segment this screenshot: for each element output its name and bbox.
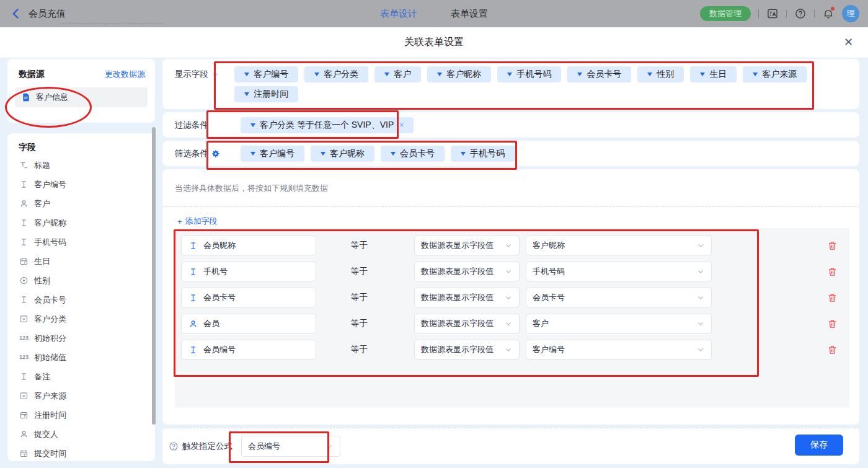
text-icon [19, 237, 29, 247]
tag-label: 手机号码 [470, 148, 505, 159]
display-field-tag[interactable]: 会员卡号 [567, 66, 631, 82]
question-circle-icon[interactable] [169, 441, 179, 451]
tag-label: 手机号码 [516, 69, 551, 80]
rule-row: 会员编号 等于 数据源表显示字段值 客户编号 [181, 340, 849, 360]
caret-down-icon [753, 73, 758, 76]
rule-source-select[interactable]: 数据源表显示字段值 [414, 236, 520, 255]
rule-value-select[interactable]: 手机号码 [526, 262, 712, 281]
caret-down-icon [461, 152, 466, 156]
field-list-item[interactable]: 会员卡号 [7, 290, 155, 309]
text-icon [19, 372, 29, 381]
display-field-tag[interactable]: 手机号码 [497, 66, 561, 82]
rule-source-select[interactable]: 数据源表显示字段值 [414, 262, 520, 281]
rule-source-select[interactable]: 数据源表显示字段值 [414, 288, 520, 307]
data-manage-button[interactable]: 数据管理 [700, 6, 751, 21]
delete-row-button[interactable] [827, 345, 838, 355]
screen-condition-tag[interactable]: 客户编号 [241, 146, 304, 162]
translate-icon[interactable] [766, 7, 779, 20]
rule-source-select[interactable]: 数据源表显示字段值 [414, 340, 520, 360]
add-display-field-button[interactable]: + [213, 69, 218, 80]
field-list-item[interactable]: 标题 [7, 156, 155, 175]
gear-icon[interactable] [211, 149, 220, 158]
chevron-down-icon [504, 345, 513, 354]
rule-source-value: 数据源表显示字段值 [421, 266, 494, 277]
tag-label: 注册时间 [254, 89, 288, 100]
sidebar-scrollbar[interactable] [152, 127, 156, 425]
field-list-item[interactable]: 客户分类 [7, 309, 155, 329]
field-list-item[interactable]: 性别 [7, 271, 155, 290]
field-list-item-label: 客户来源 [34, 391, 66, 402]
display-field-tag[interactable]: 客户编号 [234, 66, 298, 82]
field-list-item[interactable]: 客户编号 [7, 175, 155, 194]
tab-form-settings[interactable]: 表单设置 [451, 8, 488, 20]
text-icon [188, 241, 198, 250]
display-field-tag[interactable]: 客户分类 [304, 66, 368, 82]
delete-row-button[interactable] [827, 293, 838, 303]
tab-form-design[interactable]: 表单设计 [380, 8, 417, 20]
field-list-item[interactable]: 客户来源 [7, 386, 155, 405]
tag-label: 客户来源 [762, 69, 797, 80]
rule-value-select[interactable]: 客户 [526, 314, 712, 333]
remove-filter-icon[interactable]: × [399, 121, 404, 130]
help-icon[interactable] [794, 7, 807, 20]
trigger-formula-select[interactable]: 会员编号 [241, 436, 340, 457]
close-icon[interactable]: ✕ [844, 35, 853, 50]
caret-down-icon [647, 73, 652, 76]
screen-condition-tag[interactable]: 客户昵称 [311, 146, 374, 162]
text-icon [19, 180, 29, 189]
delete-row-button[interactable] [827, 319, 838, 329]
rule-field-input[interactable]: 会员 [181, 314, 316, 333]
delete-row-button[interactable] [827, 241, 838, 251]
rule-field-input[interactable]: 会员昵称 [181, 236, 316, 255]
rule-source-value: 数据源表显示字段值 [421, 292, 494, 303]
rule-value-select[interactable]: 客户昵称 [526, 236, 712, 255]
screen-condition-tag[interactable]: 会员卡号 [381, 146, 445, 162]
caret-down-icon [244, 92, 249, 96]
field-list-item[interactable]: 手机号码 [7, 232, 155, 252]
field-list-item[interactable]: 客户昵称 [7, 213, 155, 232]
notification-bell-icon[interactable] [822, 7, 835, 20]
rule-value-select[interactable]: 客户编号 [526, 340, 712, 360]
display-field-tag[interactable]: 客户 [374, 66, 421, 82]
chevron-down-icon [696, 345, 705, 354]
display-field-tag[interactable]: 注册时间 [234, 86, 298, 102]
rule-row: 会员昵称 等于 数据源表显示字段值 客户昵称 [181, 236, 849, 255]
trigger-formula-value: 会员编号 [248, 441, 280, 452]
screen-condition-row: 筛选条件 客户编号 客户昵称 会员卡号 [162, 141, 859, 166]
display-field-tag[interactable]: 客户来源 [743, 66, 807, 82]
display-field-tag[interactable]: 客户昵称 [427, 66, 491, 82]
save-button[interactable]: 保存 [795, 435, 843, 456]
field-list-item[interactable]: 提交人 [7, 425, 155, 444]
field-list-item[interactable]: 注册时间 [7, 405, 155, 425]
filter-condition-tag[interactable]: 客户分类 等于任意一个 SVIP、VIP × [241, 117, 414, 133]
display-field-tag[interactable]: 生日 [690, 66, 737, 82]
rule-field-input[interactable]: 手机号 [181, 262, 316, 281]
form-name-underline [62, 24, 161, 24]
field-list-item-label: 客户分类 [34, 314, 66, 325]
back-chevron-icon[interactable] [10, 7, 22, 20]
delete-row-button[interactable] [827, 267, 838, 277]
chevron-down-icon [696, 319, 705, 328]
field-list-item[interactable]: 提交时间 [7, 444, 155, 461]
change-datasource-link[interactable]: 更改数据源 [105, 69, 145, 80]
screen-condition-tag[interactable]: 手机号码 [451, 146, 515, 162]
rule-value: 客户昵称 [533, 240, 565, 251]
tag-label: 客户昵称 [330, 148, 365, 159]
rule-field-input[interactable]: 会员编号 [181, 340, 316, 360]
rule-field-input[interactable]: 会员卡号 [181, 288, 316, 307]
field-list-item[interactable]: 123 初始储值 [7, 348, 155, 367]
avatar[interactable]: 理 [842, 5, 859, 22]
rule-value: 客户编号 [533, 344, 565, 355]
rule-value-select[interactable]: 会员卡号 [526, 288, 712, 307]
add-field-link[interactable]: + 添加字段 [177, 216, 218, 227]
field-list-item[interactable]: 备注 [7, 367, 155, 386]
rule-source-select[interactable]: 数据源表显示字段值 [414, 314, 520, 333]
field-list-item-label: 客户昵称 [34, 218, 66, 229]
rule-source-value: 数据源表显示字段值 [421, 318, 494, 329]
field-list-item[interactable]: 123 初始积分 [7, 329, 155, 348]
display-field-tag[interactable]: 性别 [637, 66, 684, 82]
field-list-item[interactable]: 生日 [7, 252, 155, 271]
datasource-item[interactable]: 客户信息 [15, 87, 148, 107]
form-name[interactable]: 会员充值 [29, 8, 66, 20]
field-list-item[interactable]: 客户 [7, 194, 155, 213]
